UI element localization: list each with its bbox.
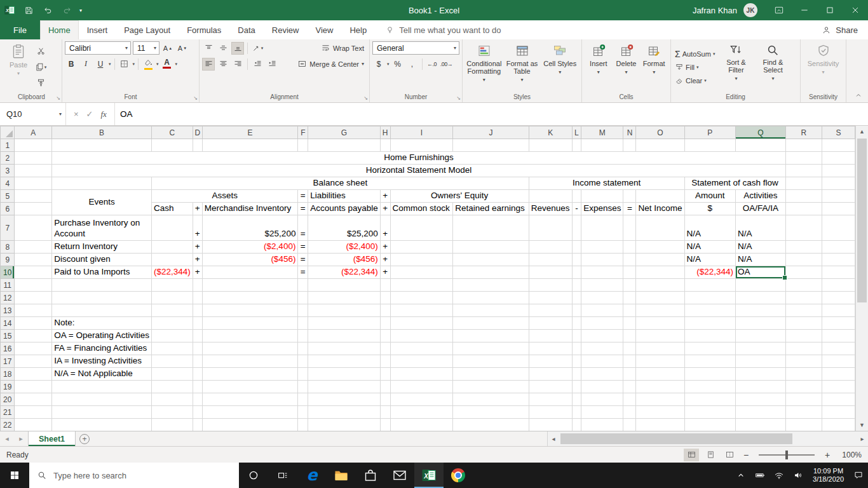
new-sheet-button[interactable]: +: [76, 431, 93, 446]
cell-F9[interactable]: =: [298, 254, 308, 266]
format-cells-button[interactable]: Format ▾: [640, 41, 668, 93]
cell-S19[interactable]: [822, 381, 855, 393]
taskbar-search[interactable]: Type here to search: [29, 463, 239, 488]
cell-D9[interactable]: +: [193, 254, 202, 266]
column-header-D[interactable]: D: [193, 126, 202, 139]
cell-A14[interactable]: [15, 317, 52, 330]
cell-P21[interactable]: [684, 406, 736, 419]
cell-K21[interactable]: [529, 406, 572, 419]
cell-R1[interactable]: [785, 139, 822, 152]
cell-L12[interactable]: [572, 292, 581, 304]
cell-C17[interactable]: [151, 355, 193, 368]
page-break-view-button[interactable]: [722, 449, 737, 461]
cell-S7[interactable]: [822, 215, 855, 241]
cell-E14[interactable]: [202, 317, 298, 330]
cell-R6[interactable]: [785, 203, 822, 215]
ribbon-tab-formulas[interactable]: Formulas: [179, 20, 229, 39]
tray-wifi-button[interactable]: [770, 463, 789, 488]
cell-B15[interactable]: OA = Operating Activities: [52, 330, 152, 342]
accounting-format-button[interactable]: $: [372, 58, 385, 71]
cell-K12[interactable]: [529, 292, 572, 304]
alignment-dialog-launcher[interactable]: ↘: [363, 96, 368, 101]
cell-O19[interactable]: [636, 381, 684, 393]
cell-G17[interactable]: [308, 355, 381, 368]
cell-S11[interactable]: [822, 279, 855, 292]
cell-J12[interactable]: [453, 292, 529, 304]
italic-button[interactable]: I: [79, 58, 92, 71]
cell-S6[interactable]: [822, 203, 855, 215]
cell-S13[interactable]: [822, 304, 855, 317]
column-header-Q[interactable]: Q: [736, 126, 786, 139]
cell-B2[interactable]: Home Furnishings: [52, 152, 785, 165]
cell-G11[interactable]: [308, 279, 381, 292]
cell-I16[interactable]: [390, 342, 453, 355]
cut-button[interactable]: [34, 45, 47, 58]
cell-I8[interactable]: [390, 241, 453, 254]
maximize-button[interactable]: [817, 0, 843, 20]
vscroll-thumb[interactable]: [857, 139, 867, 302]
cell-O5[interactable]: [636, 190, 684, 203]
cell-K7[interactable]: [529, 215, 572, 241]
row-header-13[interactable]: 13: [1, 304, 15, 317]
cell-H18[interactable]: [380, 368, 390, 381]
cell-M18[interactable]: [581, 368, 623, 381]
cell-B22[interactable]: [52, 419, 152, 431]
cell-N7[interactable]: [623, 215, 636, 241]
cell-G14[interactable]: [308, 317, 381, 330]
cell-F5[interactable]: =: [298, 190, 308, 203]
cell-M21[interactable]: [581, 406, 623, 419]
cell-C20[interactable]: [151, 393, 193, 406]
cell-C21[interactable]: [151, 406, 193, 419]
cell-A20[interactable]: [15, 393, 52, 406]
cell-R17[interactable]: [785, 355, 822, 368]
cell-H1[interactable]: [380, 139, 390, 152]
cell-R20[interactable]: [785, 393, 822, 406]
cell-B14[interactable]: Note:: [52, 317, 152, 330]
cell-P19[interactable]: [684, 381, 736, 393]
comma-style-button[interactable]: ,: [406, 58, 419, 71]
cell-O7[interactable]: [636, 215, 684, 241]
cell-H15[interactable]: [380, 330, 390, 342]
cell-K16[interactable]: [529, 342, 572, 355]
redo-button[interactable]: [57, 0, 76, 20]
ribbon-tab-insert[interactable]: Insert: [79, 20, 116, 39]
cell-N14[interactable]: [623, 317, 636, 330]
cell-P8[interactable]: N/A: [684, 241, 736, 254]
cell-styles-button[interactable]: Cell Styles ▾: [541, 41, 579, 93]
cell-A9[interactable]: [15, 254, 52, 266]
cell-N9[interactable]: [623, 254, 636, 266]
cell-E17[interactable]: [202, 355, 298, 368]
share-button[interactable]: Share: [822, 20, 858, 39]
cell-I7[interactable]: [390, 215, 453, 241]
row-header-20[interactable]: 20: [1, 393, 15, 406]
insert-function-icon[interactable]: fx: [101, 109, 107, 119]
cell-N1[interactable]: [623, 139, 636, 152]
cell-A4[interactable]: [15, 177, 52, 190]
ribbon-tab-help[interactable]: Help: [341, 20, 375, 39]
cell-F7[interactable]: =: [298, 215, 308, 241]
cell-S8[interactable]: [822, 241, 855, 254]
cell-Q16[interactable]: [736, 342, 786, 355]
cell-A5[interactable]: [15, 190, 52, 203]
cell-M1[interactable]: [581, 139, 623, 152]
cell-B1[interactable]: [52, 139, 152, 152]
cell-Q8[interactable]: N/A: [736, 241, 786, 254]
cell-A17[interactable]: [15, 355, 52, 368]
cell-I19[interactable]: [390, 381, 453, 393]
cell-N13[interactable]: [623, 304, 636, 317]
cell-C14[interactable]: [151, 317, 193, 330]
cell-N6[interactable]: =: [623, 203, 636, 215]
decrease-font-size-button[interactable]: A▼: [176, 42, 189, 55]
cell-G19[interactable]: [308, 381, 381, 393]
zoom-in-button[interactable]: +: [822, 450, 832, 460]
cell-P13[interactable]: [684, 304, 736, 317]
cell-M8[interactable]: [581, 241, 623, 254]
cell-R15[interactable]: [785, 330, 822, 342]
cell-I14[interactable]: [390, 317, 453, 330]
cell-R3[interactable]: [785, 165, 822, 177]
cell-Q7[interactable]: N/A: [736, 215, 786, 241]
cell-E15[interactable]: [202, 330, 298, 342]
cell-G10[interactable]: ($22,344): [308, 266, 381, 279]
cell-I6[interactable]: Common stock: [390, 203, 453, 215]
cell-C12[interactable]: [151, 292, 193, 304]
